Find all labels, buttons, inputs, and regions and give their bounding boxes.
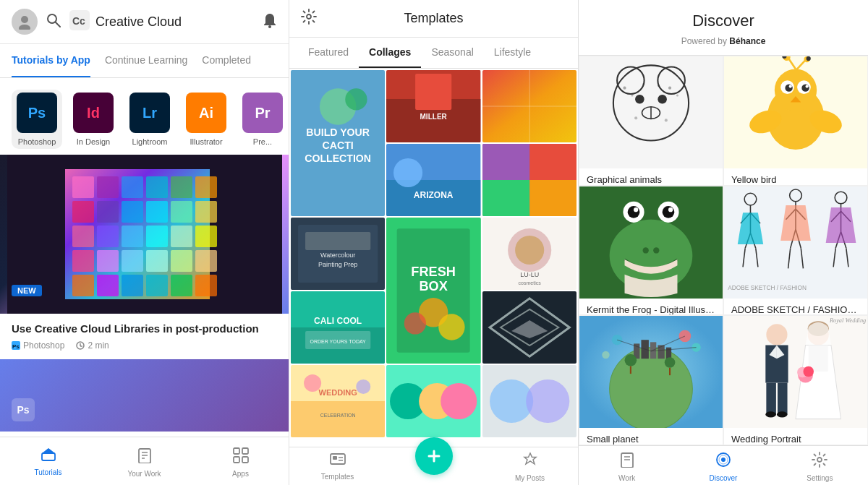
search-icon[interactable] xyxy=(46,13,61,31)
svg-rect-17 xyxy=(122,201,143,223)
r-nav-discover[interactable]: Discover xyxy=(675,452,771,482)
r-nav-discover-label: Discover xyxy=(710,474,738,482)
tutorial-scroll: NEW Use Creative Cloud Libraries in post… xyxy=(0,155,289,437)
svg-marker-45 xyxy=(42,448,55,453)
template-cell-13[interactable] xyxy=(482,365,576,437)
template-cell-8[interactable]: LU-LU cosmetics xyxy=(482,218,576,290)
settings-gear-icon[interactable] xyxy=(301,9,317,28)
template-cell-10[interactable] xyxy=(482,291,576,364)
tab-tutorials-by-app[interactable]: Tutorials by App xyxy=(12,44,90,77)
svg-text:cosmetics: cosmetics xyxy=(518,280,541,286)
template-cell-5[interactable] xyxy=(482,144,576,216)
svg-rect-28 xyxy=(97,250,119,272)
discover-card-wedding[interactable]: Royal Wedding Wedding Portrait Royal Wed… xyxy=(723,315,868,445)
bell-icon[interactable] xyxy=(263,12,277,32)
svg-point-147 xyxy=(806,85,809,87)
svg-point-216 xyxy=(766,325,787,345)
nav-apps-label: Apps xyxy=(232,470,249,478)
template-cell-3[interactable] xyxy=(482,70,576,142)
svg-rect-202 xyxy=(658,345,664,359)
discover-card-title-4: ADOBE SKETCH / FASHION I... xyxy=(731,304,860,315)
svg-rect-50 xyxy=(234,448,239,454)
template-cell-4[interactable]: ARIZONA xyxy=(386,144,480,216)
discover-card-info-6: Wedding Portrait Royal Weddings 112 xyxy=(724,428,867,445)
svg-text:Painting Prep: Painting Prep xyxy=(318,261,357,268)
app-icon-premiere[interactable]: Pr Pre... xyxy=(237,93,288,146)
template-cell-11[interactable]: WEDDING CELEBRATION xyxy=(291,365,385,437)
svg-rect-203 xyxy=(666,348,671,359)
discover-card-yellow-bird[interactable]: Yellow bird Valentina Arambasic 47 xyxy=(723,56,868,186)
discover-card-kermit[interactable]: Kermit the Frog - Digital Illust... Jeff… xyxy=(579,186,723,316)
app-icon-photoshop[interactable]: Ps Photoshop xyxy=(12,90,62,149)
app-icon-lightroom[interactable]: Lr Lightroom xyxy=(124,93,175,146)
template-cell-9[interactable]: CALI COOL ORDER YOURS TODAY xyxy=(291,291,385,364)
right-title: Discover xyxy=(593,12,854,30)
r-nav-settings-label: Settings xyxy=(807,474,833,482)
svg-text:Watercolour: Watercolour xyxy=(320,252,355,259)
tutorial-meta: Ps Photoshop 2 min xyxy=(12,340,277,351)
r-nav-work[interactable]: Work xyxy=(579,452,675,482)
svg-point-229 xyxy=(803,366,814,377)
fab-add-button[interactable] xyxy=(415,437,453,475)
svg-point-116 xyxy=(526,379,569,423)
template-cell-2[interactable]: ELIZA MILLER xyxy=(386,70,480,142)
svg-rect-75 xyxy=(529,144,576,180)
tab-continue-learning[interactable]: Continue Learning xyxy=(105,44,187,77)
avatar[interactable] xyxy=(12,9,38,35)
template-cell-7[interactable]: FRESH BOX xyxy=(386,218,480,364)
discover-card-fashion[interactable]: ADOBE SKETCH / FASHION ADOBE SKETCH / FA… xyxy=(723,186,868,316)
svg-point-133 xyxy=(668,87,671,90)
tutorials-icon xyxy=(41,447,56,465)
ps-icon: Ps xyxy=(17,93,57,133)
svg-rect-26 xyxy=(195,226,217,247)
svg-rect-82 xyxy=(305,232,370,250)
tutorial-duration: 2 min xyxy=(76,340,109,351)
discover-card-info-3: Kermit the Frog - Digital Illust... Jeff… xyxy=(579,299,723,316)
discover-card-graphical-animals[interactable]: Graphical animals Katalin Macevics 55 xyxy=(579,56,723,186)
svg-text:ADOBE SKETCH / FASHION: ADOBE SKETCH / FASHION xyxy=(728,283,807,291)
app-icon-illustrator[interactable]: Ai Illustrator xyxy=(181,93,231,146)
left-header: Cc Creative Cloud xyxy=(0,0,289,44)
discover-card-title-5: Small planet xyxy=(587,434,715,445)
svg-rect-9 xyxy=(72,176,94,198)
mid-nav-templates[interactable]: Templates xyxy=(289,452,386,482)
nav-your-work[interactable]: Your Work xyxy=(96,443,192,482)
right-header: Discover Powered by Béhance xyxy=(579,0,868,56)
tab-completed[interactable]: Completed xyxy=(202,44,251,77)
svg-rect-31 xyxy=(171,250,192,272)
tab-featured[interactable]: Featured xyxy=(298,38,359,68)
nav-apps[interactable]: Apps xyxy=(192,443,289,482)
discover-card-planet[interactable]: Small planet World Builder 88 xyxy=(579,315,723,445)
nav-tutorials[interactable]: Tutorials xyxy=(0,443,96,482)
svg-point-60 xyxy=(345,88,367,110)
svg-rect-44 xyxy=(42,453,55,460)
template-cell-1[interactable]: BUILD YOUR CACTI COLLECTION xyxy=(291,70,385,216)
svg-text:Cc: Cc xyxy=(72,15,85,27)
tutorial-card-1[interactable]: NEW Use Creative Cloud Libraries in post… xyxy=(0,155,289,359)
mid-title: Templates xyxy=(404,11,463,26)
svg-rect-29 xyxy=(122,250,143,272)
svg-point-132 xyxy=(631,94,633,96)
tab-collages[interactable]: Collages xyxy=(359,38,421,68)
discover-icon xyxy=(715,452,731,471)
mid-nav-my-posts[interactable]: My Posts xyxy=(482,452,578,482)
svg-text:FRESH: FRESH xyxy=(412,265,456,279)
tab-seasonal[interactable]: Seasonal xyxy=(421,38,483,68)
svg-point-211 xyxy=(602,351,609,359)
discover-card-image-4: ADOBE SKETCH / FASHION xyxy=(724,186,867,299)
r-nav-settings[interactable]: Settings xyxy=(772,452,868,482)
svg-point-161 xyxy=(628,206,640,218)
tab-lifestyle[interactable]: Lifestyle xyxy=(484,38,541,68)
svg-rect-15 xyxy=(72,201,94,223)
svg-point-138 xyxy=(665,119,668,121)
template-cell-6[interactable]: Watercolour Painting Prep xyxy=(291,218,385,290)
app-icon-indesign[interactable]: Id In Design xyxy=(68,93,119,146)
discover-card-title-3: Kermit the Frog - Digital Illust... xyxy=(587,304,715,315)
svg-text:BUILD YOUR: BUILD YOUR xyxy=(306,126,370,138)
template-cell-12[interactable] xyxy=(386,365,480,437)
tutorial-card-2[interactable]: Ps xyxy=(0,359,289,432)
right-panel: Discover Powered by Béhance xyxy=(579,0,868,485)
work-icon xyxy=(620,452,634,471)
svg-rect-25 xyxy=(171,226,192,247)
svg-point-146 xyxy=(789,85,792,87)
